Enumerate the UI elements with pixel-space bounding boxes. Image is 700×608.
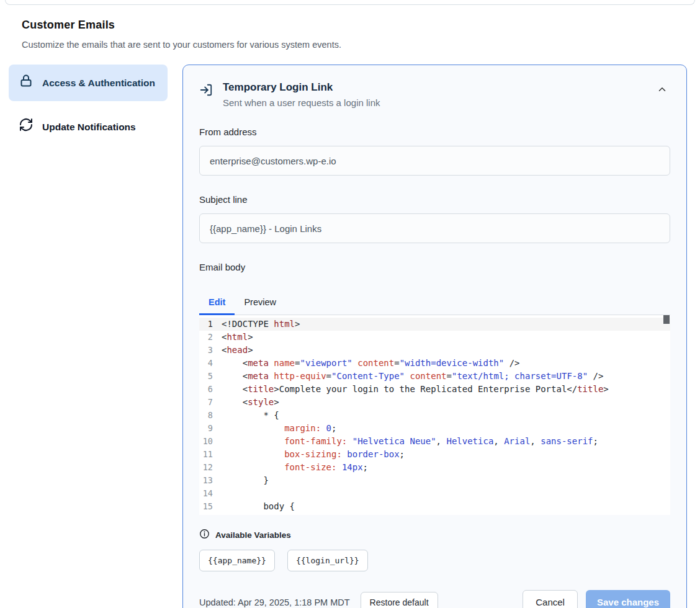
code-line: 3<head> <box>199 344 670 357</box>
subject-line-input[interactable] <box>199 213 670 243</box>
available-variables-header: Available Variables <box>199 529 670 542</box>
code-line: 2<html> <box>199 331 670 344</box>
card-header: Temporary Login Link Sent when a user re… <box>199 81 670 108</box>
code-line: 14 <box>199 487 670 500</box>
page: Customer Emails Customize the emails tha… <box>0 0 700 608</box>
page-header: Customer Emails Customize the emails tha… <box>0 0 700 50</box>
code-line: 8 * { <box>199 409 670 422</box>
login-icon <box>199 83 213 99</box>
editor-scrollbar[interactable] <box>663 315 670 515</box>
code-line: 13 } <box>199 474 670 487</box>
card-subtitle: Sent when a user requests a login link <box>223 97 380 108</box>
page-title: Customer Emails <box>22 19 678 32</box>
variable-chip-login-url[interactable]: {{login_url}} <box>287 550 368 571</box>
code-line: 4 <meta name="viewport" content="width=d… <box>199 357 670 370</box>
sidebar: Access & Authentication Update Notificat… <box>9 65 168 146</box>
lock-icon <box>19 73 34 92</box>
subject-line-label: Subject line <box>199 194 670 205</box>
code-line: 6 <title>Complete your login to the Repl… <box>199 383 670 396</box>
available-variables-label: Available Variables <box>215 530 291 540</box>
code-line: 10 font-family: "Helvetica Neue", Helvet… <box>199 435 670 448</box>
refresh-icon <box>19 117 34 136</box>
from-address-input[interactable] <box>199 146 670 176</box>
tab-edit[interactable]: Edit <box>199 291 235 315</box>
tab-preview[interactable]: Preview <box>235 291 285 315</box>
info-icon[interactable] <box>199 529 210 542</box>
card-header-text: Temporary Login Link Sent when a user re… <box>223 81 380 108</box>
footer-actions: Cancel Save changes <box>523 590 670 608</box>
code-line: 7 <style> <box>199 396 670 409</box>
save-changes-button[interactable]: Save changes <box>586 590 670 608</box>
sidebar-item-access-authentication[interactable]: Access & Authentication <box>9 65 168 101</box>
collapse-button[interactable] <box>654 81 670 99</box>
editor-scrollbar-thumb[interactable] <box>663 315 670 324</box>
from-address-label: From address <box>199 127 670 137</box>
restore-default-button[interactable]: Restore default <box>361 592 438 608</box>
cancel-button[interactable]: Cancel <box>523 590 578 608</box>
code-line: 11 box-sizing: border-box; <box>199 448 670 461</box>
page-subtitle: Customize the emails that are sent to yo… <box>22 40 678 50</box>
code-editor-lines: 1<!DOCTYPE html>2<html>3<head>4 <meta na… <box>199 318 670 515</box>
previous-card-edge <box>5 0 695 5</box>
content: Access & Authentication Update Notificat… <box>9 65 687 608</box>
code-line: 5 <meta http-equiv="Content-Type" conten… <box>199 370 670 383</box>
variable-chips: {{app_name}} {{login_url}} <box>199 550 670 571</box>
code-editor[interactable]: 1<!DOCTYPE html>2<html>3<head>4 <meta na… <box>199 315 670 515</box>
code-line: 16 background-color: #f6f6f6; <box>199 513 670 515</box>
card-footer: Updated: Apr 29, 2025, 1:18 PM MDT Resto… <box>199 590 670 608</box>
code-line: 12 font-size: 14px; <box>199 461 670 474</box>
updated-timestamp: Updated: Apr 29, 2025, 1:18 PM MDT <box>199 597 350 607</box>
chevron-up-icon <box>657 87 668 97</box>
email-settings-card: Temporary Login Link Sent when a user re… <box>182 65 687 608</box>
card-title: Temporary Login Link <box>223 81 380 94</box>
code-line: 9 margin: 0; <box>199 422 670 435</box>
variable-chip-app-name[interactable]: {{app_name}} <box>199 550 275 571</box>
sidebar-item-label: Update Notifications <box>42 120 136 135</box>
sidebar-item-update-notifications[interactable]: Update Notifications <box>9 107 168 146</box>
editor-tabs: Edit Preview <box>199 291 670 315</box>
email-body-label: Email body <box>199 262 670 272</box>
code-line: 15 body { <box>199 500 670 513</box>
code-line: 1<!DOCTYPE html> <box>199 318 670 331</box>
sidebar-item-label: Access & Authentication <box>42 76 155 91</box>
